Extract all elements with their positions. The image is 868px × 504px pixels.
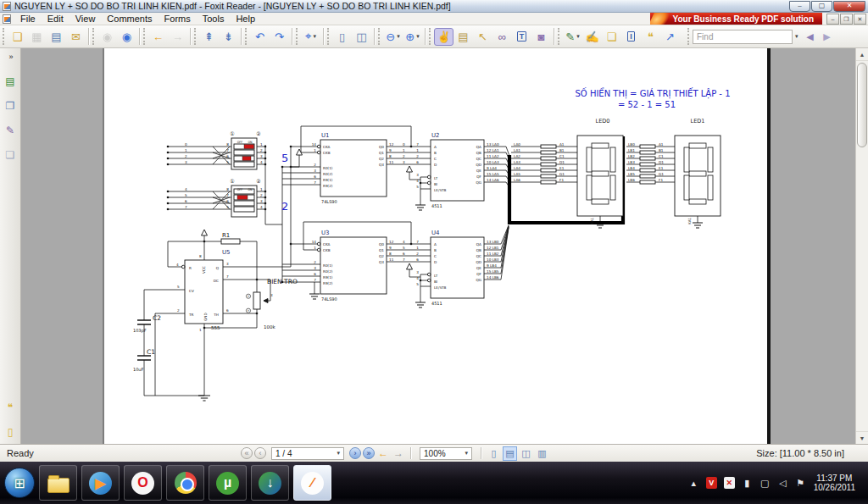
menu-view[interactable]: View xyxy=(70,14,102,24)
close-button[interactable]: ✕ xyxy=(833,1,865,12)
scroll-down-icon[interactable]: ▼ xyxy=(856,431,868,444)
select-text-button[interactable]: ▤ xyxy=(453,28,473,46)
zoom-tool-caret-icon[interactable]: ▾ xyxy=(313,33,316,40)
first-page-button[interactable]: « xyxy=(241,447,253,459)
note-tool-button[interactable]: ❏ xyxy=(602,28,621,46)
comments-icon[interactable]: ❝ xyxy=(3,401,18,414)
toolbar-grip[interactable] xyxy=(296,28,298,45)
email-button[interactable]: ✉ xyxy=(66,28,86,46)
comment-tool-button[interactable]: ❝ xyxy=(641,28,660,46)
continuous-facing-view-button[interactable]: ▥ xyxy=(535,446,549,461)
volume-icon[interactable]: ◁ xyxy=(777,477,788,489)
alert-icon[interactable]: ✕ xyxy=(724,477,735,489)
toolbar-grip[interactable] xyxy=(194,28,197,45)
collapse-panel-button[interactable]: » xyxy=(3,50,19,64)
menu-help[interactable]: Help xyxy=(230,14,261,24)
document-minimize-button[interactable]: – xyxy=(826,14,839,25)
pencil-tool-caret-icon[interactable]: ▾ xyxy=(576,33,580,40)
page-number-combo[interactable]: 1 / 4 ▾ xyxy=(271,447,344,460)
back-button[interactable]: ← xyxy=(148,28,168,46)
undo-button[interactable]: ↶ xyxy=(250,28,270,46)
next-page-button[interactable]: › xyxy=(349,447,361,459)
redo-button[interactable]: ↷ xyxy=(270,28,289,46)
menu-edit[interactable]: Edit xyxy=(42,14,70,24)
search-button[interactable]: ∞ xyxy=(492,28,512,46)
network-icon[interactable]: ▢ xyxy=(760,477,771,489)
print-button[interactable]: ▤ xyxy=(47,28,66,46)
page-combo-caret-icon[interactable]: ▾ xyxy=(332,450,341,457)
document-restore-button[interactable]: ❐ xyxy=(840,14,853,25)
toolbar-grip[interactable] xyxy=(92,28,95,45)
maximize-button[interactable]: ▢ xyxy=(811,1,832,12)
typewriter-button[interactable]: T xyxy=(512,28,531,46)
fit-page-button[interactable]: ▯ xyxy=(332,28,352,46)
next-page-button[interactable]: ⇟ xyxy=(219,28,238,46)
power-icon[interactable]: ▮ xyxy=(742,477,753,489)
antivirus-icon[interactable]: V xyxy=(706,477,717,489)
media-player-button[interactable]: ▶ xyxy=(81,465,120,501)
utorrent-button[interactable]: µ xyxy=(209,465,247,501)
toolbar-grip[interactable] xyxy=(429,28,431,45)
select-annotation-button[interactable]: ↖ xyxy=(473,28,492,46)
toolbar-grip[interactable] xyxy=(378,28,381,45)
previous-page-button[interactable]: ‹ xyxy=(254,447,266,459)
save-button[interactable]: ▦ xyxy=(27,28,47,46)
last-page-button[interactable]: » xyxy=(363,447,375,459)
foxit-reader-button[interactable]: ∕ xyxy=(293,465,331,501)
vertical-scrollbar[interactable]: ▲ ▼ xyxy=(855,48,868,444)
zoom-tool-button[interactable]: ⌖▾ xyxy=(301,28,320,46)
find-bar-grip[interactable] xyxy=(687,28,690,45)
explorer-button[interactable] xyxy=(39,465,77,501)
menu-forms[interactable]: Forms xyxy=(159,14,197,24)
hidden-icons-button[interactable]: ▴ xyxy=(688,477,699,489)
previous-view-button[interactable]: ◉ xyxy=(97,28,117,46)
scroll-up-icon[interactable]: ▲ xyxy=(856,48,868,61)
toolbar-grip[interactable] xyxy=(143,28,146,45)
next-view-button[interactable]: → xyxy=(393,447,403,459)
zoom-combo-caret-icon[interactable]: ▾ xyxy=(460,450,469,457)
find-input[interactable] xyxy=(693,30,793,44)
promo-banner[interactable]: Your Business Ready PDF solution xyxy=(650,13,822,25)
open-button[interactable]: ❑ xyxy=(8,28,27,46)
stamp-tool-button[interactable]: ✍ xyxy=(582,28,602,46)
next-view-button[interactable]: ◉ xyxy=(117,28,136,46)
pencil-tool-button[interactable]: ✎▾ xyxy=(563,28,582,46)
fit-width-button[interactable]: ◫ xyxy=(352,28,371,46)
continuous-view-button[interactable]: ▤ xyxy=(503,446,517,461)
zoom-in-button[interactable]: ⊕▾ xyxy=(403,28,422,46)
pages-icon[interactable]: ❐ xyxy=(3,99,18,113)
signature-icon[interactable]: ✎ xyxy=(3,124,18,137)
bookmarks-icon[interactable]: ▤ xyxy=(3,75,18,88)
pdf-page[interactable]: SỐ HIỂN THỊ = GIÁ TRỊ THIẾT LẬP - 1= 52 … xyxy=(104,48,771,444)
snapshot-button[interactable]: ◙ xyxy=(531,28,551,46)
find-next-button[interactable]: ▶ xyxy=(819,29,836,44)
zoom-out-button[interactable]: ⊖▾ xyxy=(383,28,403,46)
menu-comments[interactable]: Comments xyxy=(101,14,158,24)
find-options-caret-icon[interactable]: ▾ xyxy=(795,33,798,40)
scrollbar-thumb[interactable] xyxy=(857,63,867,147)
idm-button[interactable]: ↓ xyxy=(251,465,289,501)
document-close-button[interactable]: ✕ xyxy=(854,14,866,25)
toolbar-grip[interactable] xyxy=(245,28,248,45)
hand-tool-button[interactable]: ✌ xyxy=(434,28,453,46)
zoom-level-combo[interactable]: 100% ▾ xyxy=(420,447,472,460)
toolbar-grip[interactable] xyxy=(558,28,560,45)
facing-view-button[interactable]: ◫ xyxy=(519,446,533,461)
menu-tools[interactable]: Tools xyxy=(197,14,231,24)
minimize-button[interactable]: – xyxy=(789,1,810,12)
zoom-out-caret-icon[interactable]: ▾ xyxy=(397,33,400,40)
single-page-view-button[interactable]: ▯ xyxy=(487,446,501,461)
taskbar-clock[interactable]: 11:37 PM 10/26/2011 xyxy=(810,474,864,493)
find-previous-button[interactable]: ◀ xyxy=(802,29,819,44)
previous-page-button[interactable]: ⇞ xyxy=(199,28,219,46)
toolbar-grip[interactable] xyxy=(327,28,330,45)
opera-button[interactable]: O xyxy=(124,465,162,501)
previous-view-button[interactable]: ← xyxy=(378,447,388,459)
chrome-button[interactable] xyxy=(166,465,204,501)
zoom-in-caret-icon[interactable]: ▾ xyxy=(416,33,420,40)
forward-button[interactable]: → xyxy=(168,28,187,46)
layers-icon[interactable]: ❏ xyxy=(3,148,18,162)
arrow-tool-button[interactable]: ↗ xyxy=(660,28,680,46)
action-center-flag-icon[interactable]: ⚑ xyxy=(795,477,806,489)
attachments-icon[interactable]: ▯ xyxy=(3,425,18,439)
